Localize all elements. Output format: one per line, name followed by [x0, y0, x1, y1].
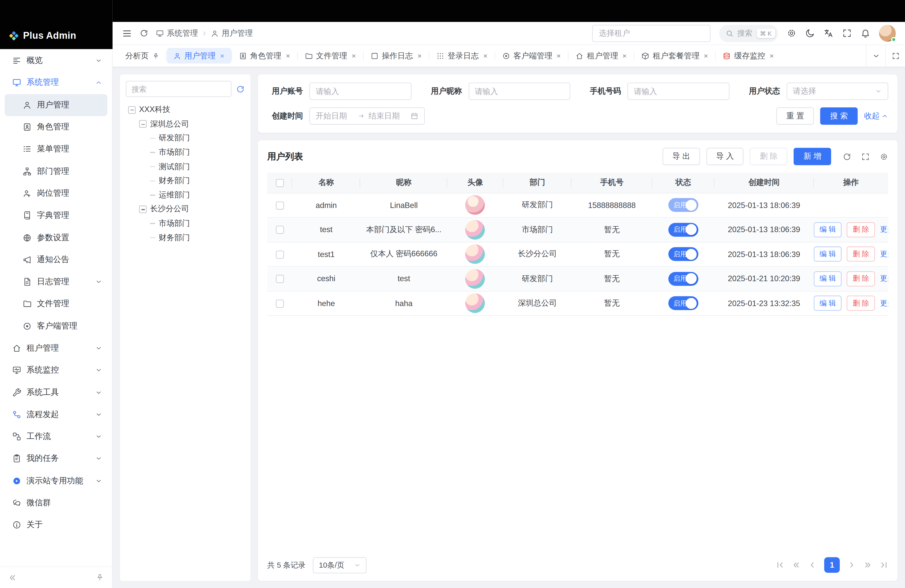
edit-button[interactable]: 编 辑	[814, 247, 841, 262]
jump-next-icon[interactable]	[864, 561, 872, 569]
tree-node[interactable]: 财务部门	[126, 230, 245, 245]
sidebar-item-overview[interactable]: 概览	[5, 49, 107, 72]
edit-button[interactable]: 编 辑	[814, 271, 841, 286]
collapse-node-icon[interactable]	[139, 120, 146, 128]
close-icon[interactable]	[351, 53, 356, 59]
pin-icon[interactable]	[152, 52, 159, 59]
prev-page-icon[interactable]	[808, 561, 816, 569]
search-button[interactable]: 搜 索	[820, 107, 858, 125]
sidebar-item-flow-start[interactable]: 流程发起	[5, 404, 107, 426]
toggle-sidebar-icon[interactable]	[122, 28, 132, 38]
tree-node[interactable]: 市场部门	[126, 216, 245, 230]
tree-node[interactable]: 市场部门	[126, 145, 245, 159]
filter-select-user-status[interactable]: 请选择	[786, 83, 888, 100]
tree-node[interactable]: 研发部门	[126, 131, 245, 145]
sidebar-item-my-tasks[interactable]: 我的任务	[5, 448, 107, 470]
global-search-button[interactable]: 搜索 ⌘ K	[719, 25, 778, 42]
bell-icon[interactable]	[861, 28, 870, 38]
moon-icon[interactable]	[805, 28, 815, 38]
reset-button[interactable]: 重 置	[776, 107, 814, 125]
tab-tenant-package-management[interactable]: 租户套餐管理	[635, 48, 715, 64]
tab-operation-log[interactable]: 操作日志	[364, 48, 429, 64]
refresh-icon[interactable]	[843, 152, 851, 161]
sidebar-item-about[interactable]: 关于	[5, 514, 107, 536]
close-icon[interactable]	[703, 53, 709, 59]
sidebar-item-system-management[interactable]: 系统管理	[5, 72, 107, 94]
more-button[interactable]: 更多	[880, 274, 888, 284]
fullscreen-icon[interactable]	[861, 152, 870, 161]
tree-node[interactable]: 深圳总公司	[126, 117, 245, 131]
date-range-picker[interactable]: 开始日期 结束日期	[310, 107, 425, 125]
sidebar-item-param-settings[interactable]: 参数设置	[5, 227, 107, 249]
sidebar-item-system-monitor[interactable]: 系统监控	[5, 359, 107, 381]
filter-input-phone-number[interactable]	[627, 83, 729, 100]
delete-button[interactable]: 删 除	[847, 296, 875, 311]
tree-search-input[interactable]	[126, 81, 232, 97]
status-switch[interactable]: 启用	[668, 272, 698, 286]
close-icon[interactable]	[622, 53, 627, 59]
sidebar-item-post-management[interactable]: 岗位管理	[5, 182, 107, 205]
sidebar-item-menu-management[interactable]: 菜单管理	[5, 138, 107, 160]
app-logo[interactable]: Plus Admin	[0, 0, 113, 49]
delete-button[interactable]: 删 除	[847, 271, 875, 286]
tree-node[interactable]: XXX科技	[126, 103, 245, 117]
more-button[interactable]: 更多	[880, 298, 888, 308]
tab-analysis-page[interactable]: 分析页	[119, 48, 165, 64]
translate-icon[interactable]	[824, 28, 834, 38]
status-switch[interactable]: 启用	[668, 198, 698, 212]
collapse-node-icon[interactable]	[128, 106, 136, 114]
tab-login-log[interactable]: 登录日志	[430, 48, 494, 64]
tab-cache-monitor[interactable]: 缓存监控	[716, 48, 781, 64]
settings-icon[interactable]	[880, 152, 888, 161]
tab-client-management[interactable]: 客户端管理	[495, 48, 568, 64]
page-1-button[interactable]: 1	[824, 557, 840, 573]
tab-menu-icon[interactable]	[872, 52, 880, 60]
sidebar-item-file-management[interactable]: 文件管理	[5, 293, 107, 315]
status-switch[interactable]: 启用	[668, 247, 698, 261]
edit-button[interactable]: 编 辑	[814, 222, 841, 237]
jump-prev-icon[interactable]	[792, 561, 800, 569]
row-checkbox[interactable]	[276, 226, 284, 234]
tree-refresh-icon[interactable]	[236, 84, 245, 93]
sidebar-item-dict-management[interactable]: 字典管理	[5, 205, 107, 227]
batch-delete-button[interactable]: 删 除	[750, 148, 788, 165]
refresh-page-icon[interactable]	[140, 29, 148, 38]
content-fullscreen-icon[interactable]	[891, 52, 899, 60]
breadcrumb-item[interactable]: 用户管理	[211, 28, 253, 38]
filter-input-user-nickname[interactable]	[468, 83, 570, 100]
tenant-select-input[interactable]	[592, 25, 710, 42]
first-page-icon[interactable]	[776, 561, 784, 569]
add-button[interactable]: 新 增	[794, 148, 831, 165]
settings-icon[interactable]	[787, 28, 796, 38]
select-all-checkbox[interactable]	[276, 179, 284, 187]
close-icon[interactable]	[556, 53, 562, 59]
breadcrumb-item[interactable]: 系统管理	[156, 28, 198, 38]
sidebar-item-dept-management[interactable]: 部门管理	[5, 160, 107, 182]
row-checkbox[interactable]	[276, 202, 284, 210]
tree-node[interactable]: 长沙分公司	[126, 202, 245, 216]
sidebar-item-log-management[interactable]: 日志管理	[5, 271, 107, 293]
import-button[interactable]: 导 入	[707, 148, 744, 165]
user-avatar-button[interactable]	[879, 25, 896, 42]
collapse-sidebar-icon[interactable]	[8, 573, 17, 582]
sidebar-item-demo-features[interactable]: 演示站专用功能	[5, 470, 107, 492]
next-page-icon[interactable]	[847, 561, 856, 569]
sidebar-item-client-management[interactable]: 客户端管理	[5, 315, 107, 337]
collapse-filter-link[interactable]: 收起	[864, 111, 888, 121]
tree-node[interactable]: 测试部门	[126, 160, 245, 174]
row-checkbox[interactable]	[276, 251, 284, 259]
tab-file-management[interactable]: 文件管理	[298, 48, 363, 64]
tab-role-management[interactable]: 角色管理	[232, 48, 297, 64]
sidebar-item-role-management[interactable]: 角色管理	[5, 116, 107, 138]
close-icon[interactable]	[482, 53, 488, 59]
sidebar-item-tenant-management[interactable]: 租户管理	[5, 337, 107, 359]
sidebar-item-workflow[interactable]: 工作流	[5, 426, 107, 448]
filter-input-user-account[interactable]	[310, 83, 411, 100]
edit-button[interactable]: 编 辑	[814, 296, 841, 311]
export-button[interactable]: 导 出	[663, 148, 700, 165]
close-icon[interactable]	[285, 53, 291, 59]
tree-node[interactable]: 运维部门	[126, 188, 245, 202]
fullscreen-icon[interactable]	[842, 28, 852, 38]
page-size-select[interactable]: 10条/页	[313, 557, 366, 573]
tab-tenant-management[interactable]: 租户管理	[569, 48, 634, 64]
